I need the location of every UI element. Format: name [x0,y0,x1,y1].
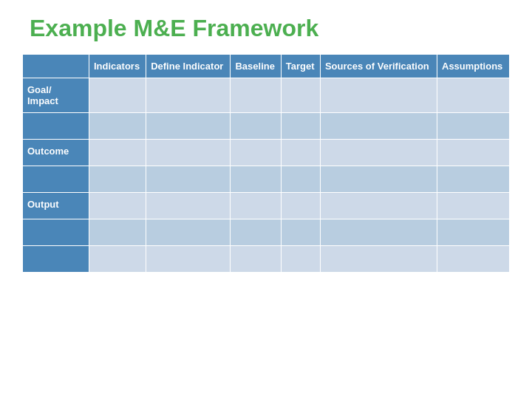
data-cell [281,193,320,219]
data-cell [320,78,437,113]
table-row: Outcome [23,140,510,166]
data-cell [437,113,510,140]
data-cell [231,78,281,113]
data-cell [146,193,231,219]
row-label-outcome: Outcome [23,140,89,166]
data-cell [89,113,146,140]
data-cell [146,246,231,273]
row-label-output: Output [23,193,89,219]
col-header-target: Target [281,55,320,78]
data-cell [320,113,437,140]
data-cell [320,246,437,273]
data-cell [437,166,510,193]
row-label-empty [23,246,89,273]
table-row [23,246,510,273]
framework-table: Indicators Define Indicator Baseline Tar… [22,54,510,273]
data-cell [320,193,437,219]
data-cell [231,113,281,140]
data-cell [437,78,510,113]
data-cell [146,219,231,246]
data-cell [437,219,510,246]
row-label-empty [23,219,89,246]
data-cell [437,193,510,219]
data-cell [89,166,146,193]
data-cell [281,246,320,273]
col-header-assumptions: Assumptions [437,55,510,78]
table-row [23,219,510,246]
table-row: Output [23,193,510,219]
data-cell [89,219,146,246]
data-cell [281,140,320,166]
data-cell [231,166,281,193]
data-cell [231,219,281,246]
data-cell [89,78,146,113]
col-header-baseline: Baseline [231,55,281,78]
data-cell [89,246,146,273]
col-header-define: Define Indicator [146,55,231,78]
data-cell [437,246,510,273]
data-cell [146,140,231,166]
row-label-empty [23,113,89,140]
data-cell [437,140,510,166]
data-cell [231,193,281,219]
data-cell [231,140,281,166]
data-cell [281,78,320,113]
table-row [23,166,510,193]
data-cell [146,113,231,140]
data-cell [320,140,437,166]
data-cell [231,246,281,273]
data-cell [320,166,437,193]
data-cell [320,219,437,246]
data-cell [89,140,146,166]
page-title: Example M&E Framework [22,15,510,42]
data-cell [281,219,320,246]
data-cell [281,113,320,140]
data-cell [281,166,320,193]
page: Example M&E Framework Indicators Define … [0,0,532,399]
row-label-empty [23,166,89,193]
table-row [23,113,510,140]
data-cell [146,78,231,113]
table-row: Goal/ Impact [23,78,510,113]
col-header-sources: Sources of Verification [320,55,437,78]
col-header-indicators: Indicators [89,55,146,78]
row-label-goal: Goal/ Impact [23,78,89,113]
data-cell [89,193,146,219]
col-header-empty [23,55,89,78]
data-cell [146,166,231,193]
